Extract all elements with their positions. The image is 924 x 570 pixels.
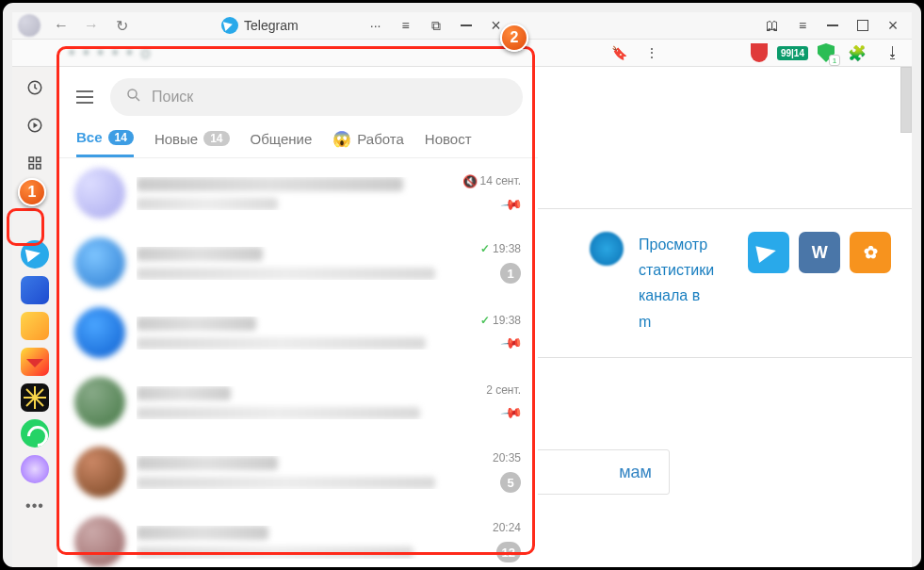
tab-label: Все [76, 129, 103, 145]
chat-time: 20:35 [493, 451, 521, 464]
page-content: Просмотр статистики канала в m W ✿ мам [538, 67, 912, 570]
chat-time: ✓19:38 [480, 242, 521, 255]
rail-app-alice[interactable] [21, 455, 49, 483]
tab-telegram[interactable]: Telegram [221, 17, 299, 34]
downloads-button[interactable]: ⭳ [880, 40, 906, 66]
pin-icon: 📌 [499, 191, 524, 216]
pip-button[interactable]: ⧉ [423, 12, 449, 39]
profile-avatar[interactable] [18, 14, 41, 37]
telegram-panel: Поиск Все 14 Новые 14 Общение [57, 67, 538, 570]
rail-app-spark[interactable] [21, 383, 49, 412]
shield-count: 1 [829, 55, 840, 66]
share-ok-icon[interactable]: ✿ [850, 232, 891, 273]
forward-button[interactable]: → [80, 14, 103, 37]
rail-more-button[interactable]: ••• [20, 491, 50, 521]
history-icon[interactable] [20, 73, 50, 103]
folder-tabs: Все 14 Новые 14 Общение 😱 Работа [57, 125, 538, 158]
check-icon: ✓ [480, 242, 490, 255]
share-telegram-icon[interactable] [748, 232, 789, 273]
tab-new[interactable]: Новые 14 [154, 129, 230, 157]
stats-link[interactable]: Просмотр статистики канала в m [639, 232, 714, 334]
tab-all[interactable]: Все 14 [76, 129, 134, 157]
pin-icon: 📌 [499, 400, 524, 425]
extensions-button[interactable]: 🧩 [844, 40, 870, 66]
rail-app-whatsapp[interactable] [21, 419, 49, 448]
chat-avatar [74, 307, 125, 358]
chat-time: ✓19:38 [480, 314, 521, 327]
tab-count: 14 [203, 131, 229, 146]
extension-counter-badge[interactable]: 99|14 [777, 46, 808, 60]
tab-title: Telegram [244, 18, 299, 33]
chat-avatar [74, 168, 125, 219]
chat-avatar [74, 237, 125, 288]
partial-card-text: мам [619, 463, 652, 482]
apps-grid-icon[interactable] [20, 148, 50, 178]
svg-rect-2 [29, 157, 34, 162]
check-icon: ✓ [480, 314, 490, 327]
stats-card[interactable]: Просмотр статистики канала в m W ✿ [538, 208, 912, 358]
tab-count: 14 [108, 130, 134, 145]
back-button[interactable]: ← [50, 14, 73, 37]
share-vk-icon[interactable]: W [799, 232, 840, 273]
menu-hamburger-button[interactable] [73, 87, 97, 107]
menu-button[interactable]: ≡ [789, 12, 816, 39]
chat-list[interactable]: 🔇14 сент. 📌 ✓19:38 1 [57, 158, 538, 570]
svg-point-6 [128, 90, 137, 98]
unread-badge: 5 [500, 472, 521, 493]
chat-time: 20:24 [493, 521, 521, 534]
chat-avatar [74, 516, 125, 567]
reload-button[interactable]: ↻ [110, 14, 133, 37]
chat-row[interactable]: ✓19:38 1 [57, 228, 538, 298]
app-window: ← → ↻ Telegram ··· ≡ ⧉ × 🕮 ≡ × • • • • •… [12, 12, 912, 558]
window-close-button[interactable]: × [880, 12, 906, 39]
chat-time: 🔇14 сент. [462, 174, 521, 188]
rail-app-yandex-mail[interactable] [21, 348, 49, 376]
window-minimize-button[interactable] [819, 12, 846, 39]
nav-group: ← → ↻ [50, 14, 133, 37]
ublock-icon[interactable] [751, 43, 768, 62]
chat-row[interactable]: 20:35 5 [57, 437, 538, 507]
unread-badge: 12 [496, 542, 521, 562]
shield-extension[interactable]: 1 [818, 43, 835, 62]
scrollbar[interactable] [900, 67, 912, 133]
chat-avatar [74, 377, 125, 428]
chat-row[interactable]: 2 сент. 📌 [57, 367, 538, 437]
page-menu-button[interactable]: ⋮ [639, 40, 665, 66]
telegram-icon [221, 17, 238, 34]
tab-label: Новост [425, 131, 472, 147]
tab-label: Работа [357, 131, 404, 147]
tab-minimize-button[interactable] [453, 12, 479, 39]
side-rail: ••• [12, 67, 57, 570]
svg-rect-5 [37, 165, 41, 170]
tab-label: Общение [251, 131, 313, 147]
svg-rect-4 [29, 165, 34, 170]
rail-app-telegram[interactable] [21, 240, 49, 269]
chat-avatar [74, 447, 125, 497]
tab-work[interactable]: 😱 Работа [332, 129, 404, 157]
search-icon [125, 87, 142, 107]
reader-button[interactable]: 🕮 [759, 12, 786, 39]
tab-more-button[interactable]: ··· [363, 12, 389, 39]
pin-icon: 📌 [499, 331, 524, 355]
chat-row[interactable]: 🔇14 сент. 📌 [57, 158, 538, 228]
partial-card[interactable]: мам [538, 449, 670, 495]
chat-row[interactable]: 20:24 12 [57, 507, 538, 570]
tab-close-button[interactable]: × [483, 12, 510, 39]
title-bar: ← → ↻ Telegram ··· ≡ ⧉ × 🕮 ≡ × [12, 12, 912, 40]
search-placeholder: Поиск [152, 89, 193, 106]
rail-app-orange[interactable] [21, 312, 49, 340]
tab-chat[interactable]: Общение [251, 129, 313, 157]
tab-list-button[interactable]: ≡ [393, 12, 419, 39]
chat-time: 2 сент. [486, 383, 521, 397]
address-blurred: • • • • • о [69, 43, 153, 63]
tab-news[interactable]: Новост [425, 129, 472, 157]
chat-row[interactable]: ✓19:38 📌 [57, 298, 538, 367]
bookmark-icon[interactable]: 🔖 [607, 40, 633, 66]
rail-app-blue[interactable] [21, 276, 49, 304]
window-maximize-button[interactable] [850, 12, 876, 39]
svg-rect-3 [37, 157, 41, 162]
search-input[interactable]: Поиск [110, 78, 523, 116]
window-frame: ← → ↻ Telegram ··· ≡ ⧉ × 🕮 ≡ × • • • • •… [0, 0, 924, 570]
channel-avatar [590, 232, 624, 266]
play-icon[interactable] [20, 110, 50, 140]
